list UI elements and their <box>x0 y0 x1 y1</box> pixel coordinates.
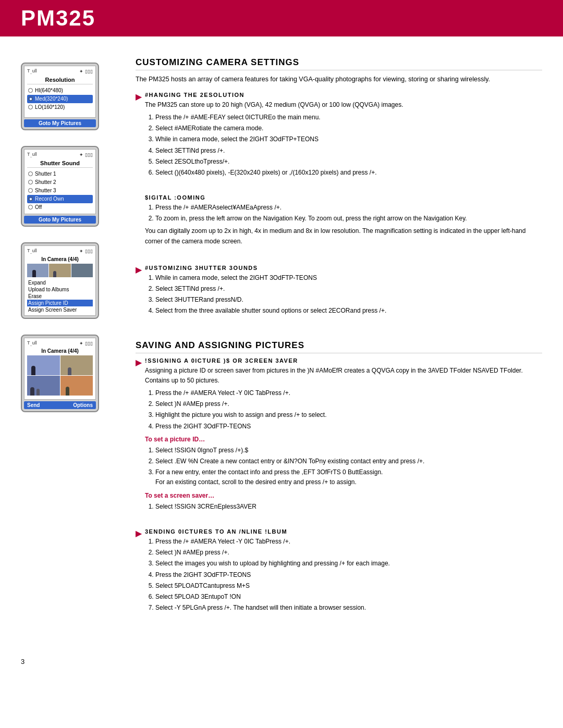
radio-lo <box>28 105 33 109</box>
signal-icon-3: T..ull <box>27 248 37 255</box>
assigning-body: Assigning a picture ID or screen saver f… <box>145 366 542 512</box>
signal-icon: T..ull <box>27 68 37 75</box>
customizing-section: Customizing Camera Settings The PM325 ho… <box>136 57 542 325</box>
right-content-column: Customizing Camera Settings The PM325 ho… <box>125 57 542 637</box>
changing-resolution-title: #HANGING THE 2ESOLUTION <box>145 92 403 98</box>
phone-bottom-bar: Send Options <box>24 401 96 409</box>
digital-zooming-subsection: $IGITAL :OOMING Press the /+ #AMERAselec… <box>145 194 542 249</box>
lo-resolution-item[interactable]: LO(160*120) <box>27 103 93 112</box>
customizing-intro: The PM325 hosts an array of camera featu… <box>136 75 542 84</box>
goto-my-pictures-btn-2[interactable]: Goto My Pictures <box>24 216 96 224</box>
app-title: PM325 <box>21 6 95 31</box>
radio-shutter3 <box>28 188 33 193</box>
radio-off <box>28 205 33 209</box>
shutter-sounds-body: While in camera mode, select the 2IGHT 3… <box>145 273 386 316</box>
radio-record-own <box>28 196 33 201</box>
page-number-container: 3 <box>21 658 563 676</box>
battery-icon-3: ✦ ▯▯▯ <box>79 249 93 254</box>
expand-item[interactable]: Expand <box>27 279 93 286</box>
camera-counter-4: In Camera (4/4) <box>27 348 93 354</box>
signal-icon-2: T..ull <box>27 152 37 158</box>
record-own-item[interactable]: Record Own <box>27 195 93 203</box>
sending-subsection: 3ENDING 0ICTURES TO AN /NLINE !LBUM Pres… <box>145 528 390 614</box>
page-number: 3 <box>21 658 25 665</box>
phone-mockups-column: T..ull ✦ ▯▯▯ Resolution HI(640*480) Med(… <box>21 57 125 637</box>
radio-hi <box>28 88 33 93</box>
radio-shutter1 <box>28 171 33 176</box>
shutter-sounds-title: #USTOMIZING 3HUTTER 3OUNDS <box>145 265 386 271</box>
battery-icon-4: ✦ ▯▯▯ <box>79 341 93 346</box>
goto-my-pictures-btn-1[interactable]: Goto My Pictures <box>24 119 96 127</box>
battery-icon-2: ✦ ▯▯▯ <box>79 152 93 157</box>
shutter3-item[interactable]: Shutter 3 <box>27 187 93 195</box>
erase-item[interactable]: Erase <box>27 293 93 300</box>
resolution-menu-title: Resolution <box>27 77 93 84</box>
changing-resolution-row: ▶ #HANGING THE 2ESOLUTION The PM325 can … <box>136 92 542 186</box>
assigning-title: !SSIGNING A 0ICTURE )$ OR 3CREEN 3AVER <box>145 357 542 364</box>
header: PM325 <box>0 0 563 36</box>
upload-albums-item[interactable]: Upload to Albums <box>27 286 93 293</box>
sending-title: 3ENDING 0ICTURES TO AN /NLINE !LBUM <box>145 528 390 535</box>
digital-zooming-title: $IGITAL :OOMING <box>145 194 542 201</box>
resolution-phone: T..ull ✦ ▯▯▯ Resolution HI(640*480) Med(… <box>21 63 99 130</box>
assign-picture-id-item[interactable]: Assign Picture ID <box>27 300 93 306</box>
digital-zooming-row: ▶ $IGITAL :OOMING Press the /+ #AMERAsel… <box>136 194 542 256</box>
shutter-menu-title: Shutter Sound <box>27 160 93 168</box>
options-btn[interactable]: Options <box>73 402 93 408</box>
radio-med <box>28 96 33 101</box>
saving-title: Saving and Assigning Pictures <box>136 340 542 353</box>
set-screen-saver-label: To set a screen saver… <box>145 491 542 501</box>
shutter2-item[interactable]: Shutter 2 <box>27 178 93 187</box>
assigning-row: ▶ !SSIGNING A 0ICTURE )$ OR 3CREEN 3AVER… <box>136 357 542 520</box>
shutter-sounds-row: ▶ #USTOMIZING 3HUTTER 3OUNDS While in ca… <box>136 265 542 325</box>
changing-resolution-body: The PM325 can store up to 20 high (VGA),… <box>145 100 403 178</box>
set-picture-id-label: To set a picture ID… <box>145 435 542 445</box>
customizing-title: Customizing Camera Settings <box>136 57 542 70</box>
hi-resolution-item[interactable]: HI(640*480) <box>27 87 93 95</box>
main-content: T..ull ✦ ▯▯▯ Resolution HI(640*480) Med(… <box>0 36 563 658</box>
med-resolution-item[interactable]: Med(320*240) <box>27 95 93 103</box>
signal-icon-4: T..ull <box>27 340 37 347</box>
record-own-label: Record Own <box>35 195 64 203</box>
arrow-icon-1: ▶ <box>136 92 142 102</box>
arrow-icon-4: ▶ <box>136 528 142 538</box>
camera-counter-3: In Camera (4/4) <box>27 256 93 262</box>
off-item[interactable]: Off <box>27 203 93 212</box>
shutter-phone: T..ull ✦ ▯▯▯ Shutter Sound Shutter 1 Shu… <box>21 146 99 227</box>
shutter-sounds-subsection: #USTOMIZING 3HUTTER 3OUNDS While in came… <box>145 265 386 317</box>
shutter1-item[interactable]: Shutter 1 <box>27 170 93 178</box>
send-phone: T..ull ✦ ▯▯▯ In Camera (4/4) <box>21 335 99 413</box>
battery-icon: ✦ ▯▯▯ <box>79 69 93 74</box>
saving-section: Saving and Assigning Pictures ▶ !SSIGNIN… <box>136 340 542 622</box>
sending-body: Press the /+ #AMERA Yelect -Y 0IC TabPre… <box>145 537 390 613</box>
sending-row: ▶ 3ENDING 0ICTURES TO AN /NLINE !LBUM Pr… <box>136 528 542 621</box>
arrow-icon-2: ▶ <box>136 265 142 275</box>
assign-phone: T..ull ✦ ▯▯▯ In Camera (4/4) Expand Uplo… <box>21 242 99 319</box>
assigning-subsection: !SSIGNING A 0ICTURE )$ OR 3CREEN 3AVER A… <box>145 357 542 513</box>
arrow-icon-3: ▶ <box>136 357 142 367</box>
radio-shutter2 <box>28 180 33 184</box>
assign-screen-saver-item[interactable]: Assign Screen Saver <box>27 306 93 313</box>
changing-resolution-subsection: #HANGING THE 2ESOLUTION The PM325 can st… <box>145 92 403 179</box>
send-btn[interactable]: Send <box>27 402 40 408</box>
digital-zooming-body: Press the /+ #AMERAselect¥AMEaApress /+.… <box>145 203 542 246</box>
